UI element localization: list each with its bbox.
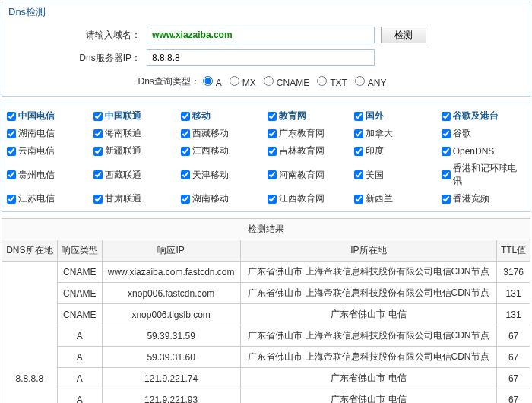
- query-type-radio-cname[interactable]: [264, 76, 274, 86]
- isp-checkbox[interactable]: [442, 147, 451, 156]
- isp-label: 西藏移动: [192, 127, 229, 140]
- isp-item[interactable]: 海南联通: [93, 127, 177, 140]
- domain-input[interactable]: [147, 27, 375, 43]
- isp-item[interactable]: 江西教育网: [268, 192, 351, 205]
- table-row: 8.8.8.8CNAMEwww.xiazaiba.com.fastcdn.com…: [2, 262, 530, 283]
- table-row: A59.39.31.59广东省佛山市 上海帝联信息科技股份有限公司电信CDN节点…: [2, 325, 530, 347]
- query-type-radio-txt[interactable]: [317, 76, 327, 86]
- isp-item[interactable]: 西藏联通: [93, 162, 177, 188]
- isp-item[interactable]: 天津移动: [181, 162, 264, 188]
- isp-checkbox[interactable]: [268, 147, 277, 156]
- isp-checkbox[interactable]: [354, 129, 363, 138]
- isp-item[interactable]: 甘肃联通: [93, 192, 177, 205]
- isp-item[interactable]: 加拿大: [354, 127, 438, 140]
- isp-checkbox[interactable]: [181, 147, 190, 156]
- isp-checkbox[interactable]: [268, 195, 277, 204]
- isp-checkbox[interactable]: [7, 170, 16, 179]
- query-type-radio-any[interactable]: [355, 76, 365, 86]
- isp-item[interactable]: 西藏移动: [181, 127, 264, 140]
- isp-checkbox[interactable]: [268, 170, 277, 179]
- isp-item[interactable]: 新西兰: [354, 192, 438, 205]
- isp-label: 江西移动: [192, 144, 229, 157]
- isp-header-item[interactable]: 移动: [181, 109, 264, 122]
- isp-header-label: 教育网: [279, 109, 306, 122]
- isp-item[interactable]: 广东教育网: [268, 127, 351, 140]
- result-cell-ip: 121.9.221.93: [102, 389, 240, 404]
- result-cell-type: CNAME: [57, 283, 102, 304]
- isp-checkbox[interactable]: [442, 195, 451, 204]
- isp-checkbox[interactable]: [181, 195, 190, 204]
- result-header-cell: IP所在地: [240, 240, 497, 262]
- isp-checkbox[interactable]: [442, 129, 451, 138]
- isp-checkbox[interactable]: [354, 147, 363, 156]
- isp-item[interactable]: OpenDNS: [442, 144, 525, 157]
- isp-item[interactable]: 江西移动: [181, 144, 264, 157]
- isp-header-item[interactable]: 国外: [354, 109, 438, 122]
- server-input[interactable]: [147, 49, 375, 66]
- result-header-cell: 响应IP: [102, 240, 240, 262]
- result-cell-type: A: [57, 389, 102, 404]
- isp-checkbox[interactable]: [7, 129, 16, 138]
- isp-item[interactable]: 江苏电信: [7, 192, 90, 205]
- isp-checkbox[interactable]: [7, 112, 16, 121]
- isp-checkbox[interactable]: [93, 195, 103, 204]
- isp-item[interactable]: 新疆联通: [93, 144, 177, 157]
- isp-checkbox[interactable]: [93, 147, 103, 156]
- isp-checkbox[interactable]: [181, 129, 190, 138]
- result-cell-ttl: 3176: [497, 262, 530, 283]
- isp-checkbox[interactable]: [93, 129, 103, 138]
- result-cell-ip: 59.39.31.60: [102, 347, 240, 368]
- result-cell-loc: 广东省佛山市 上海帝联信息科技股份有限公司电信CDN节点: [240, 283, 497, 304]
- isp-label: 香港和记环球电讯: [453, 162, 525, 188]
- query-type-label-a: A: [216, 78, 222, 88]
- isp-checkbox[interactable]: [354, 170, 363, 179]
- isp-item[interactable]: 香港宽频: [442, 192, 525, 205]
- isp-checkbox[interactable]: [181, 112, 190, 121]
- isp-checkbox[interactable]: [354, 112, 363, 121]
- isp-checkbox[interactable]: [268, 129, 277, 138]
- isp-item[interactable]: 湖南电信: [7, 127, 90, 140]
- result-cell-ttl: 67: [497, 347, 530, 368]
- result-cell-loc: 广东省佛山市 电信: [240, 368, 497, 389]
- isp-item[interactable]: 云南电信: [7, 144, 90, 157]
- isp-label: 贵州电信: [18, 169, 55, 182]
- isp-checkbox[interactable]: [7, 147, 16, 156]
- isp-item[interactable]: 印度: [354, 144, 438, 157]
- result-caption: 检测结果: [2, 218, 530, 240]
- isp-checkbox[interactable]: [7, 195, 16, 204]
- isp-header-item[interactable]: 中国联通: [93, 109, 177, 122]
- isp-header-item[interactable]: 中国电信: [7, 109, 90, 122]
- isp-label: 加拿大: [366, 127, 393, 140]
- query-type-radio-mx[interactable]: [230, 76, 239, 86]
- detect-button[interactable]: 检测: [381, 27, 426, 43]
- isp-item[interactable]: 河南教育网: [268, 162, 351, 188]
- result-cell-type: A: [57, 325, 102, 347]
- result-cell-loc: 广东省佛山市 上海帝联信息科技股份有限公司电信CDN节点: [240, 262, 497, 283]
- isp-item[interactable]: 湖南移动: [181, 192, 264, 205]
- isp-item[interactable]: 美国: [354, 162, 438, 188]
- isp-checkbox[interactable]: [354, 195, 363, 204]
- table-row: A121.9.221.93广东省佛山市 电信67: [2, 389, 530, 404]
- isp-item[interactable]: 贵州电信: [7, 162, 90, 188]
- isp-checkbox[interactable]: [93, 170, 103, 179]
- isp-checkbox[interactable]: [93, 112, 103, 121]
- result-table: DNS所在地响应类型响应IPIP所在地TTL值 8.8.8.8CNAMEwww.…: [2, 240, 530, 403]
- isp-item[interactable]: 谷歌: [442, 127, 525, 140]
- isp-checkbox[interactable]: [268, 112, 277, 121]
- isp-label: 海南联通: [105, 127, 141, 140]
- isp-header-label: 谷歌及港台: [453, 109, 499, 122]
- isp-header-label: 中国电信: [18, 109, 55, 122]
- query-type-label-cname: CNAME: [277, 78, 309, 88]
- dns-location-cell: 8.8.8.8: [2, 262, 58, 404]
- isp-header-label: 国外: [366, 109, 384, 122]
- result-cell-loc: 广东省佛山市 电信: [240, 389, 497, 404]
- isp-item[interactable]: 香港和记环球电讯: [442, 162, 525, 188]
- isp-checkbox[interactable]: [442, 170, 451, 179]
- isp-item[interactable]: 吉林教育网: [268, 144, 351, 157]
- isp-checkbox-grid: 中国电信中国联通移动教育网国外谷歌及港台湖南电信海南联通西藏移动广东教育网加拿大…: [2, 103, 530, 212]
- query-type-radio-a[interactable]: [203, 76, 213, 86]
- isp-header-item[interactable]: 教育网: [268, 109, 351, 122]
- isp-header-item[interactable]: 谷歌及港台: [442, 109, 525, 122]
- isp-checkbox[interactable]: [181, 170, 190, 179]
- isp-checkbox[interactable]: [442, 112, 451, 121]
